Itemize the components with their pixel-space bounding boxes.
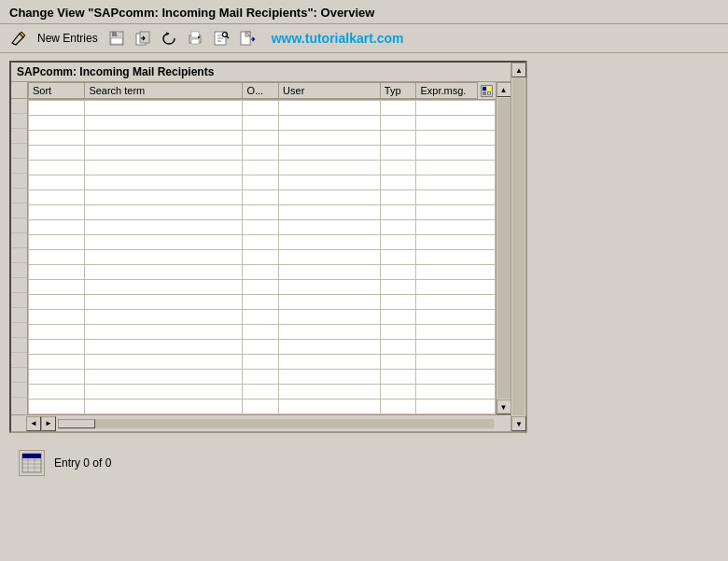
- table-cell: [416, 101, 496, 116]
- table-row[interactable]: [29, 295, 496, 310]
- row-selector[interactable]: [11, 293, 27, 308]
- table-cell: [85, 295, 243, 310]
- table-cell: [29, 161, 85, 175]
- table-row[interactable]: [29, 205, 496, 220]
- col-icon-cell: [483, 91, 486, 95]
- row-selector[interactable]: [11, 159, 27, 174]
- print-icon-btn[interactable]: [184, 28, 206, 49]
- status-bar: Entry 0 of 0: [9, 442, 719, 484]
- row-selector[interactable]: [11, 189, 27, 203]
- table-cell: [243, 146, 279, 161]
- table-cell: [85, 280, 243, 295]
- table-cell: [85, 310, 243, 325]
- h-scroll-thumb[interactable]: [58, 419, 95, 428]
- find-icon-btn[interactable]: [210, 28, 232, 49]
- row-selector[interactable]: [11, 233, 27, 248]
- column-settings-icon[interactable]: [477, 82, 496, 99]
- table-row[interactable]: [29, 250, 496, 265]
- table-cell: [29, 295, 85, 310]
- table-row[interactable]: [29, 220, 496, 235]
- table-row[interactable]: [29, 385, 496, 400]
- export-icon-btn[interactable]: [236, 28, 259, 49]
- table-cell: [243, 265, 279, 280]
- row-selector[interactable]: [11, 203, 27, 218]
- table-row[interactable]: [29, 370, 496, 385]
- undo-icon-btn[interactable]: [158, 28, 180, 49]
- scroll-down-btn[interactable]: ▼: [497, 400, 511, 414]
- table-cell: [243, 131, 279, 146]
- h-scroll-track[interactable]: [58, 419, 494, 428]
- table-row[interactable]: [29, 161, 496, 175]
- table-cell: [85, 385, 243, 400]
- row-selector[interactable]: [11, 323, 27, 338]
- col-o[interactable]: O...: [243, 83, 279, 99]
- table-cell: [380, 190, 416, 205]
- table-row[interactable]: [29, 101, 496, 116]
- col-user[interactable]: User: [279, 83, 381, 99]
- row-selector[interactable]: [11, 174, 27, 189]
- header-table: Sort Search term O... User Typ Expr.msg.: [28, 82, 496, 99]
- row-selector[interactable]: [11, 383, 27, 398]
- table-row[interactable]: [29, 325, 496, 340]
- table-cell: [279, 205, 381, 220]
- table-row[interactable]: [29, 340, 496, 355]
- table-cell: [85, 250, 243, 265]
- table-row[interactable]: [29, 116, 496, 131]
- new-entries-button[interactable]: New Entries: [34, 30, 102, 47]
- table-cell: [29, 340, 85, 355]
- table-cell: [380, 175, 416, 190]
- col-search-term[interactable]: Search term: [85, 83, 243, 99]
- row-selector[interactable]: [11, 263, 27, 278]
- table-row[interactable]: [29, 310, 496, 325]
- svg-rect-5: [140, 32, 149, 43]
- row-selector[interactable]: [11, 99, 27, 114]
- table-cell: [380, 116, 416, 131]
- table-cell: [243, 370, 279, 385]
- col-sort[interactable]: Sort: [29, 83, 85, 99]
- table-row[interactable]: [29, 280, 496, 295]
- row-selector[interactable]: [11, 129, 27, 144]
- table-header: Sort Search term O... User Typ Expr.msg.: [28, 82, 496, 100]
- table-content: Sort Search term O... User Typ Expr.msg.: [28, 82, 496, 414]
- table-cell: [279, 340, 381, 355]
- scroll-left-btn[interactable]: ◄: [26, 416, 41, 431]
- table-row[interactable]: [29, 175, 496, 190]
- table-cell: [380, 131, 416, 146]
- scroll-right-btn[interactable]: ►: [41, 416, 56, 431]
- table-cell: [279, 190, 381, 205]
- table-cell: [416, 295, 496, 310]
- table-cell: [416, 400, 496, 414]
- table-row[interactable]: [29, 400, 496, 414]
- table-cell: [243, 385, 279, 400]
- table-row[interactable]: [29, 131, 496, 146]
- table-cell: [279, 235, 381, 250]
- row-selector[interactable]: [11, 308, 27, 323]
- table-cell: [279, 175, 381, 190]
- outer-scroll-track[interactable]: [512, 78, 525, 415]
- save-icon-btn[interactable]: [105, 28, 128, 49]
- table-cell: [279, 220, 381, 235]
- row-selector[interactable]: [11, 338, 27, 353]
- scroll-up-btn[interactable]: ▲: [497, 82, 511, 97]
- col-typ[interactable]: Typ: [380, 83, 416, 99]
- row-selector[interactable]: [11, 368, 27, 383]
- copy-icon-btn[interactable]: [132, 28, 154, 49]
- row-selector[interactable]: [11, 248, 27, 263]
- row-selector[interactable]: [11, 353, 27, 368]
- outer-scroll-up-btn[interactable]: ▲: [511, 63, 526, 77]
- row-selector[interactable]: [11, 218, 27, 233]
- table-row[interactable]: [29, 355, 496, 370]
- scroll-track[interactable]: [497, 98, 511, 399]
- row-selector[interactable]: [11, 114, 27, 129]
- table-row[interactable]: [29, 235, 496, 250]
- table-cell: [243, 310, 279, 325]
- outer-scroll-down-btn[interactable]: ▼: [511, 416, 526, 431]
- table-row[interactable]: [29, 190, 496, 205]
- row-selector[interactable]: [11, 278, 27, 293]
- row-selector[interactable]: [11, 144, 27, 159]
- table-cell: [380, 220, 416, 235]
- table-row[interactable]: [29, 146, 496, 161]
- table-row[interactable]: [29, 265, 496, 280]
- edit-icon[interactable]: [7, 28, 30, 49]
- table-cell: [29, 280, 85, 295]
